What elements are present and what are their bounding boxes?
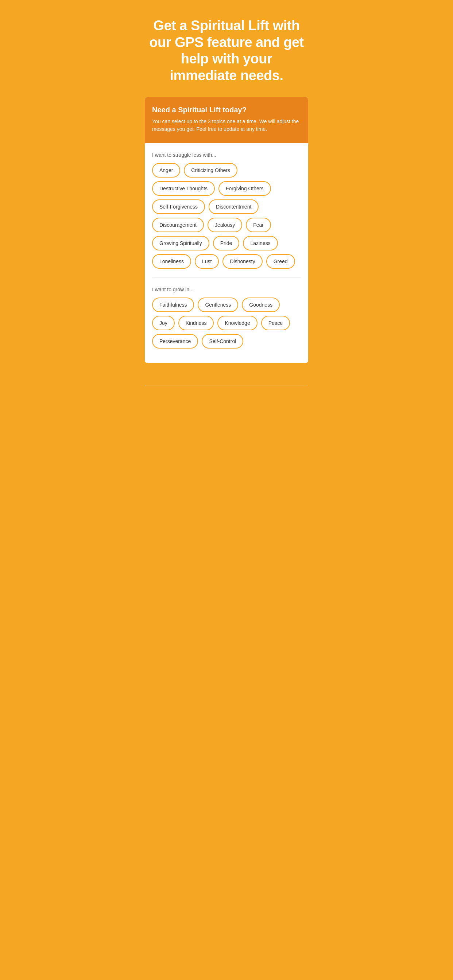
grow-tag-kindness[interactable]: Kindness [179,316,214,330]
struggle-section-label: I want to struggle less with... [152,152,301,158]
grow-tag-knowledge[interactable]: Knowledge [217,316,257,330]
struggle-tag-destructive-thoughts[interactable]: Destructive Thoughts [152,181,215,196]
app-container: Get a Spiritual Lift with our GPS featur… [139,0,314,980]
struggle-tag-pride[interactable]: Pride [213,236,239,250]
struggle-tag-growing-spiritually[interactable]: Growing Spiritually [152,236,209,250]
struggle-tag-laziness[interactable]: Laziness [243,236,278,250]
card-body: I want to struggle less with... AngerCri… [145,143,308,363]
grow-tag-perseverance[interactable]: Perseverance [152,334,198,348]
struggle-tag-lust[interactable]: Lust [195,254,219,269]
grow-section-label: I want to grow in... [152,286,301,293]
struggle-tag-forgiving-others[interactable]: Forgiving Others [219,181,271,196]
hero-title: Get a Spiritual Lift with our GPS featur… [149,18,304,84]
grow-tag-self-control[interactable]: Self-Control [202,334,243,348]
struggle-tag-discontentment[interactable]: Discontentment [209,199,258,214]
struggle-tag-self-forgiveness[interactable]: Self-Forgiveness [152,199,205,214]
card-header: Need a Spiritual Lift today? You can sel… [145,97,308,143]
bottom-space [139,363,314,385]
struggle-tag-loneliness[interactable]: Loneliness [152,254,191,269]
grow-tag-peace[interactable]: Peace [261,316,290,330]
main-card: Need a Spiritual Lift today? You can sel… [145,97,308,363]
grow-tag-joy[interactable]: Joy [152,316,175,330]
struggle-tag-anger[interactable]: Anger [152,163,180,178]
grow-tag-faithfulness[interactable]: Faithfulness [152,298,194,312]
struggle-tag-discouragement[interactable]: Discouragement [152,218,204,232]
card-header-title: Need a Spiritual Lift today? [152,106,301,114]
struggle-tag-greed[interactable]: Greed [266,254,295,269]
struggle-tag-fear[interactable]: Fear [246,218,271,232]
struggle-tag-jealousy[interactable]: Jealousy [207,218,242,232]
card-header-subtitle: You can select up to the 3 topics one at… [152,118,301,133]
grow-tag-goodness[interactable]: Goodness [242,298,280,312]
struggle-tag-dishonesty[interactable]: Dishonesty [222,254,262,269]
grow-tag-gentleness[interactable]: Gentleness [198,298,238,312]
grow-tags-container: FaithfulnessGentlenessGoodnessJoyKindnes… [152,298,301,348]
hero-section: Get a Spiritual Lift with our GPS featur… [139,0,314,97]
struggle-tag-criticizing-others[interactable]: Criticizing Others [184,163,238,178]
bottom-bar [145,385,308,385]
section-divider [152,277,301,278]
struggle-tags-container: AngerCriticizing OthersDestructive Thoug… [152,163,301,269]
